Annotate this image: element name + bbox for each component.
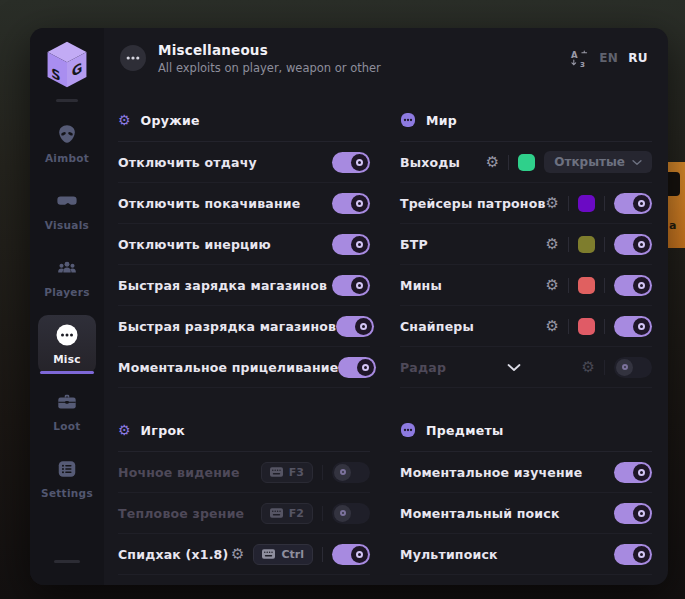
toggle-off[interactable] <box>332 503 370 524</box>
toggle-on[interactable] <box>614 503 652 524</box>
setting-label: Ночное видение <box>118 465 240 480</box>
chevron-down-icon[interactable] <box>507 363 521 372</box>
setting-label: Мультипоиск <box>400 547 498 562</box>
sidebar-item-label: Aimbot <box>45 152 89 164</box>
setting-row: Быстрая разрядка магазинов <box>118 306 370 347</box>
sidebar-item-players[interactable]: Players <box>38 248 96 307</box>
row-controls: ⚙ <box>546 234 652 255</box>
toggle-on[interactable] <box>614 544 652 565</box>
sidebar-item-aimbot[interactable]: Aimbot <box>38 114 96 173</box>
toggle-on[interactable] <box>332 544 370 565</box>
setting-label: Радар <box>400 360 446 375</box>
toggle-on[interactable] <box>332 152 370 173</box>
row-controls: ⚙ <box>546 316 652 337</box>
toggle-off[interactable] <box>332 462 370 483</box>
color-swatch[interactable] <box>578 277 595 294</box>
keybind-badge[interactable]: F3 <box>261 462 313 483</box>
setting-label: Моментальный поиск <box>400 506 560 521</box>
sidebar-item-settings[interactable]: Settings <box>38 449 96 508</box>
toggle-knob <box>351 277 368 294</box>
row-controls <box>614 462 652 483</box>
setting-label: Снайперы <box>400 319 474 334</box>
content-area: Miscellaneous All exploits on player, we… <box>104 28 668 585</box>
gear-icon[interactable]: ⚙ <box>546 319 559 334</box>
toggle-on[interactable] <box>332 234 370 255</box>
row-controls: F2 <box>261 503 370 524</box>
toggle-on[interactable] <box>614 193 652 214</box>
toggle-on[interactable] <box>338 357 376 378</box>
toggle-knob <box>616 359 633 376</box>
section-header: Предметы <box>400 420 652 440</box>
toggle-on[interactable] <box>614 234 652 255</box>
gear-icon[interactable]: ⚙ <box>546 237 559 252</box>
chevron-down-icon <box>632 159 642 166</box>
dots-icon <box>400 112 416 128</box>
color-swatch[interactable] <box>578 236 595 253</box>
separator <box>568 278 569 293</box>
setting-row: Отключить отдачу <box>118 142 370 183</box>
lang-ru-button[interactable]: RU <box>628 51 648 65</box>
toggle-on[interactable] <box>614 462 652 483</box>
toggle-dot <box>638 469 645 476</box>
toggle-knob <box>334 505 351 522</box>
toggle-dot <box>638 551 645 558</box>
sidebar-bottom-divider <box>54 560 80 563</box>
setting-row: Мины⚙ <box>400 265 652 306</box>
dropdown-select[interactable]: Открытые <box>544 151 652 173</box>
toggle-dot <box>360 323 367 330</box>
toggle-on[interactable] <box>336 316 374 337</box>
setting-row: Моментальный поиск <box>400 493 652 534</box>
toggle-knob <box>633 546 650 563</box>
gear-icon[interactable]: ⚙ <box>486 155 499 170</box>
section-items: ПредметыМоментальное изучениеМоментальны… <box>400 420 652 575</box>
row-controls: ⚙ <box>582 357 652 378</box>
section-rows: Моментальное изучениеМоментальный поискМ… <box>400 452 652 575</box>
toggle-dot <box>340 469 346 475</box>
misc-page-icon <box>120 45 146 71</box>
toggle-dot <box>356 200 363 207</box>
toggle-knob <box>351 154 368 171</box>
gear-icon[interactable]: ⚙ <box>582 360 595 375</box>
keybind-badge[interactable]: F2 <box>261 503 313 524</box>
cheat-menu-window: S G AimbotVisualsPlayersMiscLootSettings… <box>30 28 668 585</box>
section-title: Оружие <box>141 113 200 128</box>
section-header: ⚙Оружие <box>118 110 370 130</box>
sidebar-item-misc[interactable]: Misc <box>38 315 96 374</box>
toggle-on[interactable] <box>614 316 652 337</box>
toggle-off[interactable] <box>614 357 652 378</box>
sidebar-item-label: Misc <box>53 353 81 365</box>
setting-row: Спидхак (x1.8)⚙Ctrl <box>118 534 370 575</box>
toggle-on[interactable] <box>332 275 370 296</box>
backdrop-dark-blob <box>667 172 680 196</box>
toggle-dot <box>638 241 645 248</box>
keybind-badge[interactable]: Ctrl <box>253 544 313 565</box>
setting-row: БТР⚙ <box>400 224 652 265</box>
gear-icon[interactable]: ⚙ <box>231 547 244 562</box>
left-column: ⚙ОружиеОтключить отдачуОтключить покачив… <box>118 88 370 575</box>
toggle-dot <box>340 510 346 516</box>
setting-row: Моментальное прицеливание <box>118 347 370 388</box>
color-swatch[interactable] <box>518 154 535 171</box>
briefcase-icon <box>56 390 78 414</box>
color-swatch[interactable] <box>578 195 595 212</box>
setting-label: Трейсеры патронов <box>400 196 546 211</box>
sidebar-nav: AimbotVisualsPlayersMiscLootSettings <box>38 114 96 516</box>
setting-row: Быстрая зарядка магазинов <box>118 265 370 306</box>
gear-icon[interactable]: ⚙ <box>546 278 559 293</box>
toggle-dot <box>638 200 645 207</box>
lang-en-button[interactable]: EN <box>599 51 618 65</box>
toggle-on[interactable] <box>332 193 370 214</box>
sidebar-item-loot[interactable]: Loot <box>38 382 96 441</box>
toggle-knob <box>357 359 374 376</box>
app-logo-icon: S G <box>44 40 90 90</box>
setting-row: Мультипоиск <box>400 534 652 575</box>
row-controls <box>336 316 374 337</box>
color-swatch[interactable] <box>578 318 595 335</box>
sidebar-item-visuals[interactable]: Visuals <box>38 181 96 240</box>
gear-icon[interactable]: ⚙ <box>546 196 559 211</box>
toggle-on[interactable] <box>614 275 652 296</box>
section-weapon: ⚙ОружиеОтключить отдачуОтключить покачив… <box>118 110 370 388</box>
row-controls <box>332 234 370 255</box>
row-controls: F3 <box>261 462 370 483</box>
separator <box>604 237 605 252</box>
